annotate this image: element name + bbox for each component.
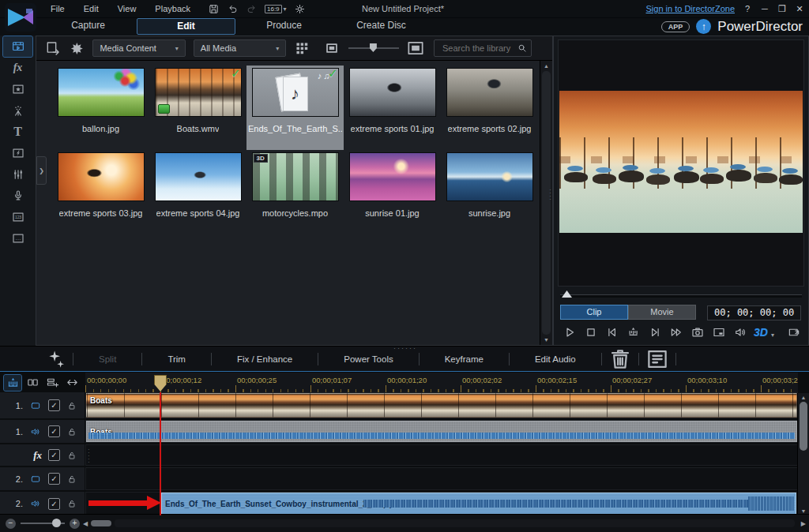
thumbnail-size-slider[interactable] (348, 47, 399, 49)
track-manager-icon[interactable] (63, 375, 81, 391)
fast-forward-icon[interactable] (667, 324, 686, 341)
pip-objects-room-icon[interactable] (3, 79, 32, 99)
produce-range-icon[interactable] (644, 346, 671, 373)
video-clip[interactable]: Boats (86, 393, 797, 418)
horizontal-scroll-track[interactable] (115, 519, 795, 527)
track-lock-icon[interactable] (66, 450, 77, 461)
panel-splitter-handle[interactable]: ···· (549, 188, 554, 200)
magic-wand-icon[interactable] (44, 347, 68, 371)
function-power-tools[interactable]: Power Tools (323, 354, 413, 364)
track-lock-icon[interactable] (66, 474, 77, 485)
upload-circle-icon[interactable]: ↑ (696, 19, 711, 34)
sidebar-expander[interactable]: ❯ (36, 156, 47, 185)
library-item-boats-wmv[interactable]: ✓Boats.wmv (149, 66, 246, 150)
library-item-extreme-sports-01-jpg[interactable]: extreme sports 01.jpg (344, 66, 441, 150)
track-enable-checkbox[interactable]: ✓ (48, 473, 60, 485)
preview-seek-bar[interactable] (560, 290, 802, 300)
track-lock-icon[interactable] (66, 426, 77, 437)
function-edit-audio[interactable]: Edit Audio (514, 354, 596, 364)
library-item-sunrise-jpg[interactable]: sunrise.jpg (441, 150, 538, 234)
play-icon[interactable] (560, 324, 579, 341)
small-thumbnail-icon[interactable] (322, 39, 342, 57)
audio-mixing-room-icon[interactable] (3, 164, 32, 185)
help-button[interactable]: ? (743, 4, 752, 13)
library-item-extreme-sports-04-jpg[interactable]: extreme sports 04.jpg (149, 150, 246, 234)
step-back-icon[interactable] (603, 324, 622, 341)
menu-view[interactable]: View (108, 4, 146, 13)
particle-room-icon[interactable] (3, 100, 32, 121)
seek-marker-icon[interactable] (624, 324, 643, 341)
track-lock-icon[interactable] (66, 498, 77, 509)
timeline-vertical-scrollbar[interactable]: ▲ ▼ (797, 393, 809, 515)
snapshot-icon[interactable] (688, 324, 707, 341)
scroll-down-icon[interactable]: ▼ (540, 337, 552, 343)
track-enable-checkbox[interactable]: ✓ (48, 425, 60, 437)
scroll-thumb[interactable] (800, 402, 807, 451)
library-scrollbar[interactable]: ▲ ▼ (540, 61, 552, 345)
track-content[interactable]: ····· (85, 444, 798, 466)
scroll-right-icon[interactable]: ▶ (801, 520, 806, 527)
large-thumbnail-icon[interactable] (405, 39, 426, 57)
mode-tab-capture[interactable]: Capture (40, 18, 137, 33)
plugin-icon[interactable] (69, 39, 85, 57)
track-content[interactable]: Ends_Of_The_Earth_Sunset_Cowboy_instrume… (85, 492, 798, 515)
signin-directorzone-link[interactable]: Sign in to DirectorZone (646, 4, 736, 13)
menu-playback[interactable]: Playback (145, 4, 200, 13)
media-room-icon[interactable] (3, 36, 32, 57)
transition-room-icon[interactable] (3, 143, 32, 163)
close-button[interactable]: ✕ (795, 4, 804, 14)
library-item-ends-of-the-earth-s[interactable]: ♪♪♫✓Ends_Of_The_Earth_S... (246, 66, 344, 150)
timeline-zoom-slider[interactable] (21, 523, 65, 524)
track-content[interactable] (85, 467, 798, 490)
mode-tab-edit[interactable]: Edit (137, 18, 235, 35)
library-item-motorcycles-mpo[interactable]: 3Dmotorcycles.mpo (246, 150, 344, 234)
volume-icon[interactable] (731, 324, 750, 341)
undo-icon[interactable] (227, 3, 239, 15)
pip-preview-icon[interactable] (709, 324, 728, 341)
preview-viewport[interactable] (558, 39, 804, 287)
chapter-room-icon[interactable]: 123 (3, 207, 32, 227)
track-enable-checkbox[interactable]: ✓ (48, 399, 60, 411)
all-media-dropdown[interactable]: All Media▾ (194, 39, 286, 57)
audio-clip[interactable]: Boats (86, 421, 797, 442)
search-icon[interactable] (517, 43, 528, 54)
app-badge[interactable]: APP (661, 21, 690, 32)
search-input[interactable] (441, 43, 517, 54)
minimize-button[interactable]: ─ (760, 4, 769, 13)
library-item-ballon-jpg[interactable]: ballon.jpg (52, 66, 149, 150)
import-media-icon[interactable] (44, 39, 61, 57)
timecode-display[interactable]: 00; 00; 00; 00 (707, 305, 801, 320)
redo-icon[interactable] (246, 3, 258, 15)
track-enable-checkbox[interactable]: ✓ (48, 498, 60, 510)
undock-icon[interactable] (785, 324, 803, 341)
stop-icon[interactable] (581, 324, 600, 341)
library-search[interactable] (434, 39, 532, 57)
grid-view-icon[interactable] (294, 39, 310, 57)
mode-tab-produce[interactable]: Produce (235, 18, 333, 33)
add-track-icon[interactable] (43, 375, 61, 391)
library-item-sunrise-01-jpg[interactable]: sunrise 01.jpg (344, 150, 441, 234)
timeline-zoom-in-button[interactable]: + (70, 519, 80, 529)
storyboard-view-icon[interactable] (24, 375, 41, 391)
save-icon[interactable] (208, 3, 220, 15)
voiceover-room-icon[interactable] (3, 185, 32, 206)
function-trim[interactable]: Trim (147, 354, 206, 364)
track-content[interactable]: Boats (85, 392, 798, 418)
timeline-zoom-handle[interactable] (52, 519, 61, 527)
function-keyframe[interactable]: Keyframe (424, 354, 504, 364)
scroll-down-icon[interactable]: ▼ (798, 508, 809, 514)
track-content[interactable]: Boats (85, 420, 798, 443)
media-content-dropdown[interactable]: Media Content▾ (92, 39, 185, 57)
library-item-extreme-sports-03-jpg[interactable]: extreme sports 03.jpg (52, 150, 149, 234)
menu-file[interactable]: File (41, 4, 74, 13)
scroll-up-icon[interactable]: ▲ (798, 395, 809, 400)
title-room-icon[interactable]: T (3, 122, 32, 142)
aspect-ratio-dropdown[interactable]: 16:9 ▾ (265, 5, 287, 13)
preview-tab-movie[interactable]: Movie (628, 305, 696, 320)
mode-tab-create-disc[interactable]: Create Disc (333, 18, 430, 33)
effect-room-icon[interactable]: fx (3, 58, 32, 78)
menu-edit[interactable]: Edit (74, 4, 108, 13)
timeline-ruler[interactable]: 00;00;00;0000;00;00;1200;00;00;2500;00;0… (85, 373, 798, 392)
chevron-down-icon[interactable]: ▾ (771, 332, 774, 339)
scroll-track[interactable] (542, 71, 551, 335)
